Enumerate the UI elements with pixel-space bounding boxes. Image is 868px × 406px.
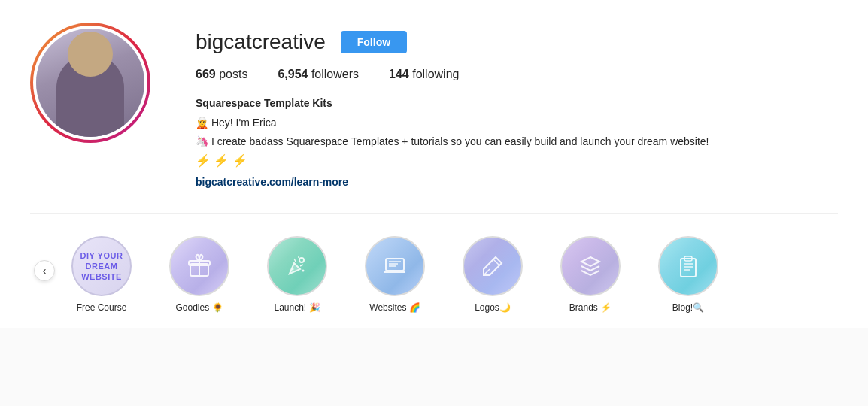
- bio-section: Squarespace Template Kits 🧝 Hey! I'm Eri…: [196, 95, 838, 190]
- story-circle-brands[interactable]: [560, 236, 621, 296]
- story-item-launch[interactable]: Launch! 🎉: [256, 236, 338, 313]
- story-circle-free-course[interactable]: DIY YOURDREAMWEBSITE: [71, 236, 132, 296]
- posts-label: posts: [219, 68, 247, 80]
- svg-point-8: [298, 256, 299, 258]
- avatar-ring: [30, 23, 150, 143]
- svg-line-5: [300, 265, 303, 266]
- follow-button[interactable]: Follow: [341, 31, 407, 53]
- layers-icon: [577, 253, 604, 280]
- svg-line-4: [294, 259, 296, 262]
- svg-line-16: [484, 269, 490, 275]
- story-label-launch: Launch! 🎉: [274, 302, 320, 313]
- avatar-photo: [36, 29, 144, 137]
- bio-bolts: ⚡ ⚡ ⚡: [196, 151, 838, 171]
- stats-row: 669 posts 6,954 followers 144 following: [196, 68, 838, 81]
- free-course-text: DIY YOURDREAMWEBSITE: [80, 250, 123, 283]
- clipboard-icon: [675, 253, 702, 280]
- prev-button[interactable]: ‹: [34, 260, 55, 281]
- gift-icon: [186, 253, 213, 280]
- story-label-websites: Websites 🌈: [369, 302, 420, 313]
- profile-top-row: bigcatcreative Follow: [196, 30, 838, 54]
- posts-stat: 669 posts: [196, 68, 247, 81]
- story-circle-logos[interactable]: [463, 236, 523, 296]
- profile-header: bigcatcreative Follow 669 posts 6,954 fo…: [30, 23, 838, 213]
- story-item-logos[interactable]: Logos🌙: [451, 236, 534, 313]
- posts-count: 669: [196, 68, 216, 80]
- story-item-blog[interactable]: Blog!🔍: [647, 236, 730, 313]
- profile-info: bigcatcreative Follow 669 posts 6,954 fo…: [196, 23, 838, 190]
- story-item-goodies[interactable]: Goodies 🌻: [158, 236, 241, 313]
- svg-point-3: [299, 258, 304, 262]
- username: bigcatcreative: [196, 30, 326, 54]
- pen-icon: [479, 253, 506, 280]
- story-circle-blog[interactable]: [658, 236, 718, 296]
- party-icon: [284, 253, 311, 280]
- story-label-blog: Blog!🔍: [672, 302, 704, 313]
- story-label-logos: Logos🌙: [475, 302, 511, 313]
- bio-name: Squarespace Template Kits: [196, 95, 838, 111]
- story-label-brands: Brands ⚡: [569, 302, 612, 313]
- followers-count: 6,954: [278, 68, 308, 80]
- stories-section: ‹ DIY YOURDREAMWEBSITE Free Course: [30, 213, 838, 328]
- avatar: [33, 26, 147, 140]
- stories-scroll: DIY YOURDREAMWEBSITE Free Course Goodies…: [30, 229, 737, 320]
- story-item-websites[interactable]: Websites 🌈: [354, 236, 436, 313]
- bio-line2: 🦄 I create badass Squarespace Templates …: [196, 133, 838, 150]
- story-circle-launch[interactable]: [267, 236, 327, 296]
- bio-line1: 🧝 Hey! I'm Erica: [196, 114, 838, 131]
- following-stat: 144 following: [389, 68, 459, 81]
- svg-point-6: [292, 268, 294, 271]
- followers-stat: 6,954 followers: [278, 68, 359, 81]
- story-circle-goodies[interactable]: [169, 236, 229, 296]
- story-item-free-course[interactable]: DIY YOURDREAMWEBSITE Free Course: [60, 236, 143, 313]
- svg-point-7: [302, 270, 305, 272]
- following-count: 144: [389, 68, 409, 80]
- story-circle-websites[interactable]: [365, 236, 425, 296]
- story-label-goodies: Goodies 🌻: [175, 302, 223, 313]
- story-label-free-course: Free Course: [77, 302, 127, 313]
- following-label: following: [412, 68, 459, 80]
- svg-rect-9: [386, 259, 404, 271]
- profile-page: bigcatcreative Follow 669 posts 6,954 fo…: [0, 0, 868, 328]
- bio-link[interactable]: bigcatcreative.com/learn-more: [196, 176, 348, 188]
- laptop-icon: [381, 253, 408, 280]
- story-item-brands[interactable]: Brands ⚡: [549, 236, 632, 313]
- followers-label: followers: [311, 68, 359, 80]
